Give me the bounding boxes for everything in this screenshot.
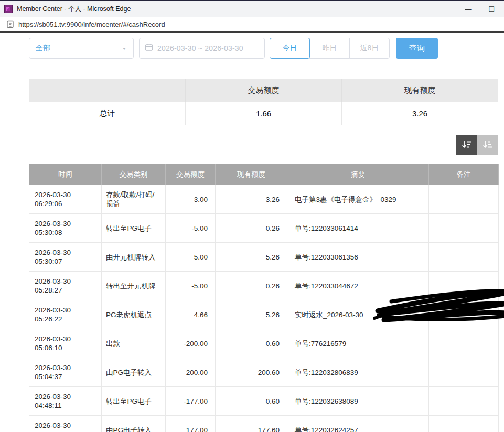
summary-header-transaction: 交易额度 [186,79,342,102]
cash-record-page: 全部 ▼ 2026-03-30 ~ 2026-03-30 今日 昨日 近8日 查 [0,33,504,432]
table-row: 2026-03-30 05:04:37由PG电子转入200.00200.60单号… [29,358,499,387]
title-bar: Member Center - 个人 - Microsoft Edge — ☐ [0,0,504,17]
table-cell: 2026-03-30 05:28:27 [29,272,102,300]
header-summary: 摘要 [287,164,429,185]
table-cell: 由PG电子转入 [102,358,166,387]
table-cell: PG老虎机返点 [102,300,166,329]
table-row: 2026-03-30 04:48:11转出至PG电子-177.000.60单号:… [29,387,499,416]
table-cell: 177.00 [166,416,216,432]
table-cell: 转出至PG电子 [102,214,166,243]
table-cell [429,387,499,416]
table-cell [429,300,499,329]
table-cell: 200.60 [216,358,287,387]
summary-total-label: 总计 [29,102,186,125]
table-cell: -5.00 [166,272,216,300]
table-cell: 2026-03-30 05:26:22 [29,300,102,329]
table-cell: 0.26 [216,272,287,300]
table-cell [429,214,499,243]
table-row: 2026-03-30 05:28:27转出至开元棋牌-5.000.26单号:12… [29,272,499,300]
yesterday-button[interactable]: 昨日 [309,38,350,59]
table-cell: 4.66 [166,300,216,329]
search-button[interactable]: 查询 [396,38,438,59]
summary-table: 交易额度 现有额度 总计 1.66 3.26 [29,79,498,125]
table-cell: 2026-03-30 05:30:07 [29,243,102,272]
table-cell: 单号:122033061414 [287,214,429,243]
table-cell [429,272,499,300]
summary-header-empty [29,79,186,102]
header-category: 交易类别 [102,164,166,185]
table-cell: 单号:122032806839 [287,358,429,387]
table-cell: 单号:122033044672 [287,272,429,300]
table-cell: 2026-03-30 05:30:08 [29,214,102,243]
table-cell: 实时返水_2026-03-30 [287,300,429,329]
table-cell: 5.26 [216,300,287,329]
table-cell: 转出至开元棋牌 [102,272,166,300]
table-cell: 2026-03-30 05:04:37 [29,358,102,387]
table-cell: 0.60 [216,387,287,416]
calendar-icon [145,43,153,53]
summary-header-row: 交易额度 现有额度 [29,79,498,102]
table-cell: -5.00 [166,214,216,243]
sort-controls [29,135,498,155]
records-header-row: 时间 交易类别 交易额度 现有额度 摘要 备注 [29,164,499,185]
table-row: 2026-03-30 05:30:07由开元棋牌转入5.005.26单号:122… [29,243,499,272]
table-cell [429,185,499,214]
url-bar[interactable]: https://sb051.tv:9900/infe/mcenter/#/cas… [0,17,504,33]
sort-desc-button[interactable] [456,135,477,155]
summary-total-row: 总计 1.66 3.26 [29,102,498,125]
table-cell: 0.60 [216,329,287,358]
window-controls: — ☐ [457,1,503,17]
table-cell [429,416,499,432]
table-cell: 200.00 [166,358,216,387]
chevron-down-icon: ▼ [122,46,127,50]
table-cell: 单号:122032638089 [287,387,429,416]
last8days-button[interactable]: 近8日 [349,38,390,59]
window-title: Member Center - 个人 - Microsoft Edge [17,5,131,14]
table-cell: 单号:122033061356 [287,243,429,272]
table-cell: 3.26 [216,185,287,214]
table-cell: -177.00 [166,387,216,416]
table-cell: 出款 [102,329,166,358]
certificate-icon [6,20,14,28]
today-button[interactable]: 今日 [270,38,310,59]
header-transaction-amount: 交易额度 [166,164,216,185]
table-row: 2026-03-30 05:06:10出款-200.000.60单号:77621… [29,329,499,358]
sort-asc-button[interactable] [477,135,498,155]
header-balance: 现有额度 [216,164,287,185]
maximize-button[interactable]: ☐ [480,1,503,17]
app-icon [4,5,13,13]
date-range-value: 2026-03-30 ~ 2026-03-30 [157,44,243,52]
table-cell: 电子第3惠《电子得意金》_0329 [287,185,429,214]
table-cell [429,243,499,272]
table-cell: 转出至PG电子 [102,387,166,416]
section-divider [29,68,498,68]
date-range-input[interactable]: 2026-03-30 ~ 2026-03-30 [139,38,265,59]
table-row: 2026-03-30 05:26:22PG老虎机返点4.665.26实时返水_2… [29,300,499,329]
browser-window: Member Center - 个人 - Microsoft Edge — ☐ … [0,0,504,432]
table-row: 2026-03-30 04:46:52由PG电子转入177.00177.60单号… [29,416,499,432]
summary-transaction-total: 1.66 [186,102,342,125]
table-cell: 2026-03-30 06:29:06 [29,185,102,214]
table-cell: 由开元棋牌转入 [102,243,166,272]
summary-balance-total: 3.26 [342,102,498,125]
header-time: 时间 [29,164,102,185]
table-cell: 0.26 [216,214,287,243]
table-cell: 由PG电子转入 [102,416,166,432]
records-table: 时间 交易类别 交易额度 现有额度 摘要 备注 2026-03-30 06:29… [29,164,499,432]
summary-header-balance: 现有额度 [342,79,498,102]
url-text: https://sb051.tv:9900/infe/mcenter/#/cas… [18,20,165,28]
table-cell: 5.26 [216,243,287,272]
table-cell: 单号:122032624257 [287,416,429,432]
table-cell: 单号:776216579 [287,329,429,358]
table-cell: 177.60 [216,416,287,432]
table-cell: -200.00 [166,329,216,358]
table-cell: 2026-03-30 04:46:52 [29,416,102,432]
category-select[interactable]: 全部 ▼ [29,38,134,59]
table-cell: 2026-03-30 05:06:10 [29,329,102,358]
minimize-button[interactable]: — [457,1,480,17]
quick-range-group: 今日 昨日 近8日 [270,38,390,59]
table-cell: 存款/取款/打码/损益 [102,185,166,214]
table-cell [429,329,499,358]
table-cell: 2026-03-30 04:48:11 [29,387,102,416]
table-cell [429,358,499,387]
